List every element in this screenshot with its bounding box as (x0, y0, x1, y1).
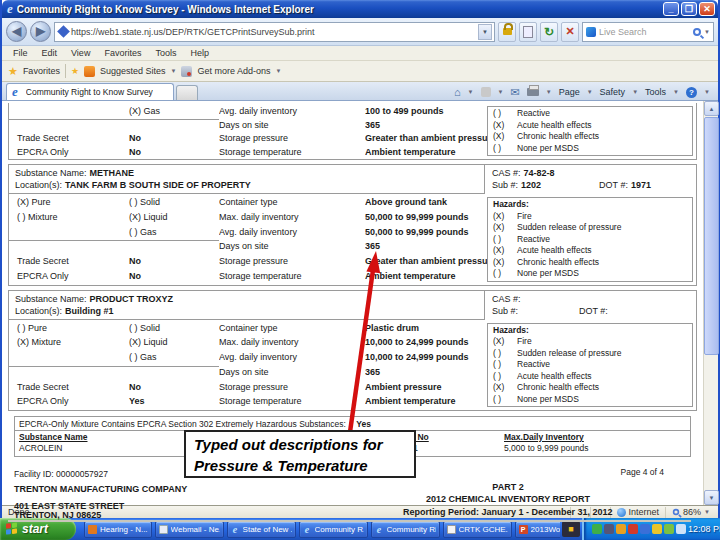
page-caret[interactable]: ▼ (587, 89, 593, 95)
print-icon[interactable] (527, 88, 539, 96)
substance-name-label: Substance Name: (15, 168, 87, 178)
compatibility-view-button[interactable] (519, 22, 537, 42)
security-lock-icon (498, 22, 516, 42)
field-cell: Greater than ambient pressure (365, 132, 487, 146)
tab-title: Community Right to Know Survey (26, 87, 153, 97)
hazard-mark: ( ) (493, 234, 517, 246)
field-cell: ( ) Gas (127, 351, 219, 366)
hazard-mark: (X) (493, 120, 517, 132)
hazard-item: ( )Sudden release of pressure (493, 348, 687, 360)
field-cell: (X) Gas (127, 105, 219, 119)
vertical-scrollbar[interactable]: ▲ ▼ (703, 101, 718, 505)
address-field[interactable]: https://web1.state.nj.us/DEP/RTK/GETCPri… (54, 22, 495, 42)
safety-menu[interactable]: Safety (600, 87, 626, 97)
menu-item-file[interactable]: File (6, 48, 35, 58)
feeds-caret[interactable]: ▼ (498, 89, 504, 95)
hazards-title: Hazards: (493, 325, 687, 337)
field-cell: No (127, 132, 219, 146)
close-button[interactable]: ✕ (699, 2, 715, 16)
scroll-down-button[interactable]: ▼ (704, 490, 719, 505)
section-header: Substance Name:METHANELocation(s):TANK F… (9, 165, 696, 194)
favorites-button[interactable]: Favorites (23, 66, 60, 76)
new-tab-button[interactable] (176, 85, 198, 100)
hazards-box: Hazards:(X)Fire(X)Sudden release of pres… (487, 197, 693, 282)
hazard-mark: (X) (493, 222, 517, 234)
add-favorite-icon[interactable]: ★ (71, 66, 79, 76)
field-cell: ( ) Pure (9, 322, 127, 337)
feeds-icon[interactable] (481, 87, 491, 97)
menu-item-edit[interactable]: Edit (35, 48, 65, 58)
help-icon[interactable]: ? (686, 87, 697, 98)
field-cell: EPCRA Only (9, 395, 127, 410)
location-value: TANK FARM B SOUTH SIDE OF PROPERTY (65, 180, 251, 190)
field-cell: 10,000 to 24,999 pounds (365, 336, 487, 351)
hazard-label: Reactive (517, 234, 550, 244)
search-input[interactable]: Live Search ▼ (582, 22, 714, 42)
field-cell: Days on site (219, 119, 365, 133)
print-caret[interactable]: ▼ (546, 89, 552, 95)
field-cell (9, 351, 127, 366)
addons-icon (181, 66, 192, 77)
hazard-mark: ( ) (493, 371, 517, 383)
forward-button[interactable]: ▶ (30, 21, 51, 42)
field-cell: 100 to 499 pounds (365, 105, 487, 119)
field-cell: (X) Mixture (9, 336, 127, 351)
menu-item-tools[interactable]: Tools (148, 48, 183, 58)
hazard-item: ( )Reactive (493, 234, 687, 246)
safety-caret[interactable]: ▼ (632, 89, 638, 95)
minimize-button[interactable]: _ (663, 2, 679, 16)
hazard-item: (X)Fire (493, 336, 687, 348)
epcra-question: EPCRA-Only Mixture Contains EPCRA Sectio… (19, 419, 346, 429)
substance-title-block: Substance Name:PRODUCT TROXYZLocation(s)… (9, 291, 484, 320)
menu-item-favorites[interactable]: Favorites (97, 48, 148, 58)
field-cell: Max. daily inventory (219, 211, 365, 226)
field-cell: ( ) Solid (127, 322, 219, 337)
home-icon[interactable]: ⌂ (454, 86, 461, 98)
hazard-mark: ( ) (493, 348, 517, 360)
tab-bar: e Community Right to Know Survey ⌂▼ ▼ ✉ … (2, 82, 718, 101)
field-cell (9, 105, 127, 119)
back-button[interactable]: ◀ (6, 21, 27, 42)
field-cell: Container type (219, 196, 365, 211)
sub-dot-line: Sub #:1202DOT #:1971 (492, 179, 696, 191)
zoom-caret[interactable]: ▼ (704, 509, 710, 515)
get-addons-caret[interactable]: ▼ (276, 68, 282, 74)
reporting-period: Reporting Period: January 1 - December 3… (403, 507, 633, 517)
get-addons-button[interactable]: Get more Add-ons (197, 66, 270, 76)
restore-button[interactable]: ❐ (681, 2, 697, 16)
field-cell: No (127, 255, 219, 270)
search-magnifier-icon[interactable] (693, 28, 701, 36)
hazard-label: Acute health effects (517, 245, 592, 255)
menu-item-view[interactable]: View (64, 48, 97, 58)
address-dropdown[interactable]: ▼ (478, 24, 492, 40)
suggested-sites-button[interactable]: Suggested Sites (100, 66, 166, 76)
scroll-up-button[interactable]: ▲ (704, 101, 719, 116)
sub-label: Sub #: (492, 180, 518, 190)
scrollbar-thumb[interactable] (704, 117, 719, 355)
field-cell: Ambient temperature (365, 146, 487, 160)
window-title: Community Right to Know Survey - Windows… (17, 4, 661, 15)
callout-line2: Pressure & Temperature (194, 455, 406, 476)
field-cell (9, 226, 127, 241)
page-menu[interactable]: Page (559, 87, 580, 97)
field-cell: No (127, 146, 219, 160)
suggested-sites-caret[interactable]: ▼ (171, 68, 177, 74)
tab-favicon: e (12, 86, 18, 98)
favorites-star-icon: ★ (8, 65, 18, 78)
tools-caret[interactable]: ▼ (673, 89, 679, 95)
sub-label: Sub #: (492, 306, 518, 316)
home-caret[interactable]: ▼ (468, 89, 474, 95)
hazards-box: Hazards:(X)Fire( )Sudden release of pres… (487, 323, 693, 408)
menu-item-help[interactable]: Help (183, 48, 216, 58)
search-options-caret[interactable]: ▼ (704, 29, 710, 35)
hazard-label: Reactive (517, 108, 550, 118)
section-fields: ( ) Pure( ) SolidContainer typePlastic d… (9, 320, 487, 411)
hazards-box: ( )Reactive(X)Acute health effects(X)Chr… (487, 106, 693, 156)
tools-menu[interactable]: Tools (645, 87, 666, 97)
help-caret[interactable]: ▼ (704, 89, 710, 95)
stop-button[interactable]: ✕ (561, 22, 579, 42)
refresh-button[interactable]: ↻ (540, 22, 558, 42)
field-cell: 50,000 to 99,999 pounds (365, 211, 487, 226)
read-mail-icon[interactable]: ✉ (510, 86, 519, 98)
tab-community-right-to-know[interactable]: e Community Right to Know Survey (6, 83, 174, 100)
